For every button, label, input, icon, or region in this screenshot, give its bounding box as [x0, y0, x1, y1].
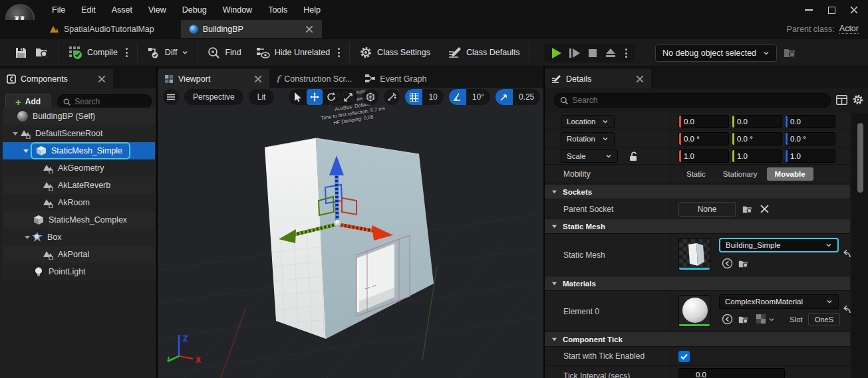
browse-to-asset-icon[interactable] [738, 314, 750, 326]
scale-y-field[interactable]: 1.0 [732, 149, 782, 163]
close-tab-icon[interactable] [253, 74, 263, 84]
tree-row-akportal[interactable]: AkPortal [3, 246, 155, 263]
reset-to-default-icon[interactable] [841, 250, 851, 259]
slot-name-field[interactable]: OneS [808, 313, 840, 326]
grid-snap-control[interactable]: 10 [405, 89, 443, 105]
tree-row-box[interactable]: Box [3, 229, 155, 246]
menu-debug[interactable]: Debug [174, 0, 215, 20]
viewport-tab[interactable]: Viewport [158, 69, 269, 88]
viewport-canvas[interactable]: Z X 445.17 sq meters Decay: 1.35 seconds… [158, 88, 543, 378]
rotation-z-field[interactable]: 0.0 ° [785, 132, 835, 145]
construction-script-tab[interactable]: f Construction Scr... [269, 69, 359, 88]
class-defaults-button[interactable]: Class Defaults [444, 43, 524, 62]
perspective-button[interactable]: Perspective [184, 89, 243, 105]
coordinate-space-button[interactable] [362, 89, 378, 105]
menu-view[interactable]: View [140, 0, 174, 20]
gizmo-center-handle[interactable] [335, 220, 342, 227]
close-tab-icon[interactable] [305, 25, 314, 34]
tick-enabled-checkbox[interactable] [678, 351, 690, 362]
rotation-x-field[interactable]: 0.0 ° [678, 132, 729, 145]
location-dropdown[interactable]: Location [561, 115, 615, 128]
play-options-kebab[interactable] [621, 48, 631, 58]
parent-socket-value-button[interactable]: None [678, 202, 736, 217]
display-filter-icon[interactable] [836, 95, 847, 105]
parent-class-value[interactable]: Actor [839, 24, 859, 34]
rotation-dropdown[interactable]: Rotation [561, 132, 615, 145]
mobility-static-button[interactable]: Static [678, 167, 714, 181]
sockets-section-header[interactable]: Sockets [545, 185, 850, 199]
component-tick-section-header[interactable]: Component Tick [545, 332, 850, 347]
tree-row-pointlight[interactable]: PointLight [3, 263, 155, 280]
scale-tool-button[interactable] [340, 89, 356, 105]
select-tool-button[interactable] [290, 89, 306, 105]
scrollbar-thumb[interactable] [857, 123, 863, 193]
surface-snapping-button[interactable] [384, 89, 400, 105]
details-search-input[interactable] [572, 96, 825, 105]
static-mesh-thumbnail[interactable] [678, 238, 710, 270]
expand-arrow-icon[interactable] [23, 147, 29, 154]
close-panel-icon[interactable] [97, 74, 106, 84]
compile-button[interactable]: Compile [65, 43, 122, 62]
components-search-input[interactable] [74, 97, 146, 106]
static-mesh-asset-dropdown[interactable]: Building_Simple [719, 238, 839, 252]
find-button[interactable]: Find [204, 43, 245, 62]
details-scrollbar[interactable] [851, 113, 868, 378]
hide-unrelated-kebab[interactable] [334, 48, 344, 57]
debug-object-dropdown[interactable]: No debug object selected [655, 45, 777, 62]
tick-interval-field[interactable]: 0.0 [678, 368, 785, 378]
save-button[interactable] [11, 43, 31, 62]
socket-clear-icon[interactable] [760, 205, 769, 213]
stop-button[interactable] [585, 46, 600, 60]
maximize-icon[interactable] [820, 1, 843, 19]
scale-z-field[interactable]: 1.0 [785, 149, 835, 163]
details-settings-gear-icon[interactable] [852, 94, 864, 106]
details-search[interactable] [554, 93, 831, 108]
play-button[interactable] [548, 46, 564, 60]
scale-x-field[interactable]: 1.0 [678, 149, 729, 163]
lit-button[interactable]: Lit [249, 89, 275, 105]
tree-row-staticmesh-simple[interactable]: StaticMesh_Simple [3, 142, 155, 159]
tree-row-aklatereverb[interactable]: AkLateReverb [3, 177, 155, 194]
class-settings-button[interactable]: Class Settings [355, 43, 434, 62]
reset-to-default-icon[interactable] [841, 306, 851, 315]
tab-spatial-audio-tutorial-map[interactable]: SpatialAudioTutorialMap [41, 20, 162, 38]
frame-skip-button[interactable] [567, 46, 583, 60]
material-thumbnail[interactable] [678, 295, 710, 327]
compile-options-kebab[interactable] [122, 48, 132, 57]
texture-preview-icon[interactable] [756, 314, 766, 324]
location-z-field[interactable]: 0.0 [785, 115, 835, 128]
menu-asset[interactable]: Asset [104, 0, 140, 20]
use-selected-asset-icon[interactable] [722, 314, 733, 325]
tree-row-akgeometry[interactable]: AkGeometry [3, 159, 155, 177]
viewport-options-menu-button[interactable] [163, 89, 179, 105]
mobility-movable-button[interactable]: Movable [767, 167, 813, 181]
tab-buildingbp[interactable]: BuildingBP [181, 20, 322, 38]
expand-arrow-icon[interactable] [12, 130, 19, 137]
browse-to-asset-icon[interactable] [738, 258, 750, 270]
mobility-stationary-button[interactable]: Stationary [715, 167, 766, 181]
tree-row-defaultsceneroot[interactable]: DefaultSceneRoot [3, 125, 155, 142]
eject-button[interactable] [603, 46, 619, 60]
socket-browse-icon[interactable] [742, 204, 754, 215]
menu-edit[interactable]: Edit [73, 0, 104, 20]
components-panel-tab[interactable]: Components [0, 69, 113, 88]
tree-row-staticmesh-complex[interactable]: StaticMesh_Complex [3, 211, 155, 229]
material-asset-dropdown[interactable]: ComplexRoomMaterial [719, 294, 839, 309]
minimize-icon[interactable] [797, 1, 820, 19]
menu-window[interactable]: Window [215, 0, 260, 20]
move-tool-button[interactable] [307, 89, 323, 105]
expand-arrow-icon[interactable] [24, 234, 31, 240]
menu-tools[interactable]: Tools [260, 0, 295, 20]
rotation-y-field[interactable]: 0.0 ° [732, 132, 782, 145]
rotate-tool-button[interactable] [323, 89, 339, 105]
scale-snap-control[interactable]: 0.25 [496, 89, 540, 105]
chevron-down-icon[interactable] [768, 316, 775, 323]
tree-row-akroom[interactable]: AkRoom [3, 194, 155, 211]
close-icon[interactable] [843, 1, 865, 19]
event-graph-tab[interactable]: Event Graph [359, 69, 433, 88]
use-selected-asset-icon[interactable] [722, 258, 733, 269]
close-panel-icon[interactable] [635, 74, 645, 84]
rotation-snap-control[interactable]: 10° [449, 89, 490, 105]
scale-dropdown[interactable]: Scale [561, 149, 618, 163]
scale-lock-icon[interactable] [629, 151, 638, 161]
